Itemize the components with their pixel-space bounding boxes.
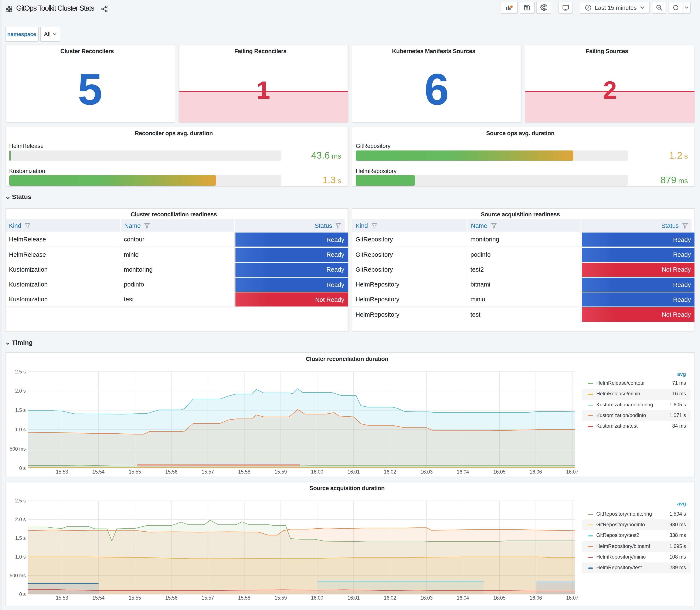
svg-text:500 ms: 500 ms — [10, 446, 26, 451]
svg-text:16:00: 16:00 — [311, 469, 323, 475]
svg-text:15:55: 15:55 — [129, 595, 141, 601]
svg-text:16:01: 16:01 — [347, 595, 360, 601]
svg-text:1.5 s: 1.5 s — [15, 407, 26, 413]
svg-text:15:54: 15:54 — [93, 469, 105, 475]
svg-text:16:06: 16:06 — [530, 595, 542, 601]
svg-text:16:04: 16:04 — [457, 595, 469, 601]
svg-text:15:57: 15:57 — [202, 469, 214, 475]
svg-text:15:53: 15:53 — [56, 469, 68, 475]
svg-text:2.5 s: 2.5 s — [15, 369, 26, 374]
svg-text:16:05: 16:05 — [493, 595, 506, 601]
svg-text:15:59: 15:59 — [275, 469, 287, 475]
svg-text:2.0 s: 2.0 s — [15, 388, 26, 394]
svg-text:16:07: 16:07 — [566, 595, 579, 601]
svg-text:0 s: 0 s — [19, 592, 26, 597]
svg-text:2.5 s: 2.5 s — [15, 498, 26, 503]
svg-text:0 s: 0 s — [19, 465, 26, 471]
svg-text:15:56: 15:56 — [165, 469, 178, 475]
svg-text:15:56: 15:56 — [165, 595, 178, 601]
svg-text:2.0 s: 2.0 s — [15, 517, 26, 522]
svg-text:16:04: 16:04 — [457, 469, 469, 475]
svg-text:16:03: 16:03 — [420, 595, 433, 601]
svg-text:16:07: 16:07 — [566, 469, 579, 475]
svg-text:16:06: 16:06 — [530, 469, 542, 475]
svg-text:1.0 s: 1.0 s — [15, 427, 26, 432]
svg-text:16:01: 16:01 — [347, 469, 360, 475]
svg-text:15:58: 15:58 — [238, 469, 250, 475]
svg-text:16:02: 16:02 — [384, 469, 396, 475]
svg-text:15:53: 15:53 — [56, 595, 68, 601]
svg-text:500 ms: 500 ms — [10, 573, 26, 578]
svg-text:15:55: 15:55 — [129, 469, 141, 475]
svg-text:15:57: 15:57 — [202, 595, 214, 601]
svg-text:1.5 s: 1.5 s — [15, 535, 26, 541]
svg-text:16:03: 16:03 — [420, 469, 433, 475]
svg-text:15:59: 15:59 — [275, 595, 287, 601]
svg-text:15:58: 15:58 — [238, 595, 250, 601]
svg-text:16:05: 16:05 — [493, 469, 506, 475]
svg-text:16:00: 16:00 — [311, 595, 323, 601]
svg-text:15:54: 15:54 — [93, 595, 105, 601]
svg-text:16:02: 16:02 — [384, 595, 396, 601]
svg-text:1.0 s: 1.0 s — [15, 554, 26, 560]
